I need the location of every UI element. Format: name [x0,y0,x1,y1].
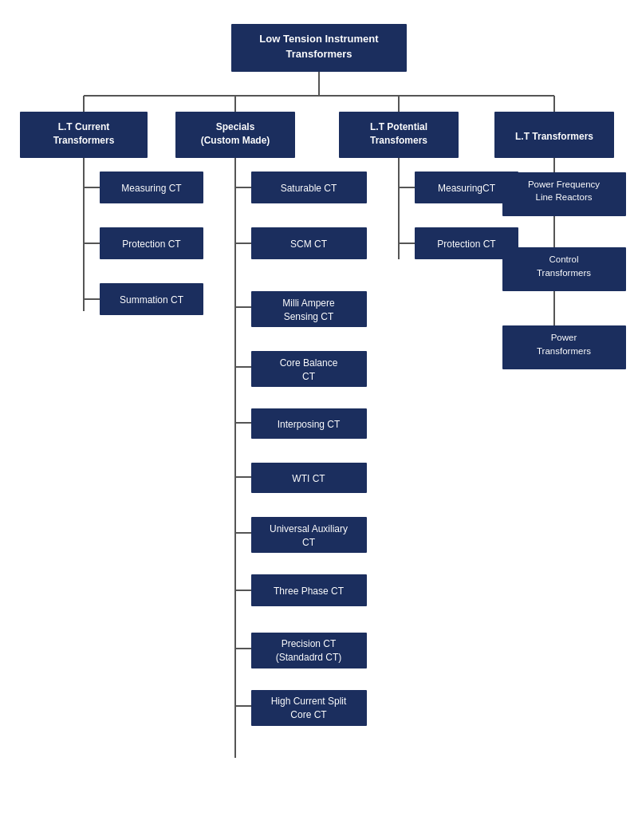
svg-text:Saturable CT: Saturable CT [281,183,337,194]
svg-text:Control: Control [549,254,578,264]
svg-text:Protection CT: Protection CT [122,239,181,250]
svg-text:Line Reactors: Line Reactors [536,192,593,202]
svg-text:Transformers: Transformers [537,346,591,356]
svg-text:MeasuringCT: MeasuringCT [438,183,496,194]
svg-text:Core CT: Core CT [290,709,327,720]
svg-text:L.T Current: L.T Current [58,121,110,132]
svg-text:Power Frequency: Power Frequency [528,179,600,189]
diagram: Low Tension Instrument Transformers L.T … [0,0,638,840]
chart-svg: Low Tension Instrument Transformers L.T … [8,16,630,830]
svg-text:Transformers: Transformers [53,135,115,146]
svg-text:Three Phase CT: Three Phase CT [274,586,345,597]
svg-text:Protection CT: Protection CT [437,239,496,250]
svg-text:L.T Transformers: L.T Transformers [515,131,593,142]
svg-text:Transfomers: Transfomers [370,135,427,146]
svg-text:CT: CT [302,371,316,382]
svg-text:Sensing CT: Sensing CT [284,311,334,322]
svg-text:CT: CT [302,537,316,548]
svg-text:Summation CT: Summation CT [120,294,184,306]
svg-text:Transformers: Transformers [537,268,591,278]
svg-text:Power: Power [551,333,577,342]
svg-text:SCM CT: SCM CT [290,239,328,250]
svg-text:(Standadrd CT): (Standadrd CT) [276,652,342,663]
svg-text:(Custom Made): (Custom Made) [201,135,270,146]
svg-text:Milli Ampere: Milli Ampere [282,298,335,309]
svg-text:Low Tension Instrument: Low Tension Instrument [259,33,379,45]
svg-text:Interposing CT: Interposing CT [278,419,341,430]
svg-text:Transformers: Transformers [286,48,352,60]
svg-text:WTI CT: WTI CT [292,473,325,484]
svg-text:Specials: Specials [216,121,255,132]
svg-text:Measuring CT: Measuring CT [121,183,182,194]
svg-text:L.T Potential: L.T Potential [370,121,427,132]
svg-text:Core Balance: Core Balance [280,357,338,369]
svg-text:Universal Auxiliary: Universal Auxiliary [270,523,348,534]
svg-text:Precision CT: Precision CT [282,638,337,649]
svg-text:High Current Split: High Current Split [271,696,347,707]
